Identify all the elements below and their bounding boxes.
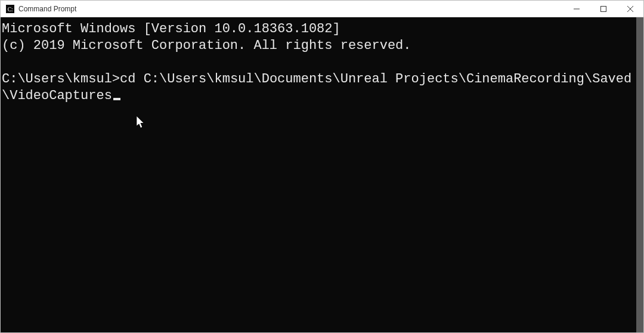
copyright-line: (c) 2019 Microsoft Corporation. All righ… (2, 38, 411, 53)
command-prompt-window: C: Command Prompt Microsoft Windows [Ver… (0, 0, 644, 333)
maximize-button[interactable] (590, 1, 617, 17)
titlebar[interactable]: C: Command Prompt (1, 1, 643, 17)
close-button[interactable] (617, 1, 643, 17)
maximize-icon (600, 6, 606, 12)
terminal[interactable]: Microsoft Windows [Version 10.0.18363.10… (1, 17, 636, 332)
svg-rect-3 (600, 6, 606, 11)
terminal-area: Microsoft Windows [Version 10.0.18363.10… (1, 17, 643, 332)
minimize-icon (574, 6, 580, 12)
minimize-button[interactable] (563, 1, 590, 17)
window-title: Command Prompt (18, 5, 76, 13)
svg-text:C:: C: (8, 5, 13, 12)
close-icon (627, 6, 633, 12)
vertical-scrollbar[interactable] (636, 17, 643, 332)
command-prompt-icon: C: (5, 4, 15, 14)
scrollbar-thumb[interactable] (636, 17, 643, 332)
window-controls (563, 1, 643, 17)
prompt: C:\Users\kmsul> (2, 72, 120, 87)
text-cursor (113, 98, 120, 100)
version-line: Microsoft Windows [Version 10.0.18363.10… (2, 21, 340, 36)
